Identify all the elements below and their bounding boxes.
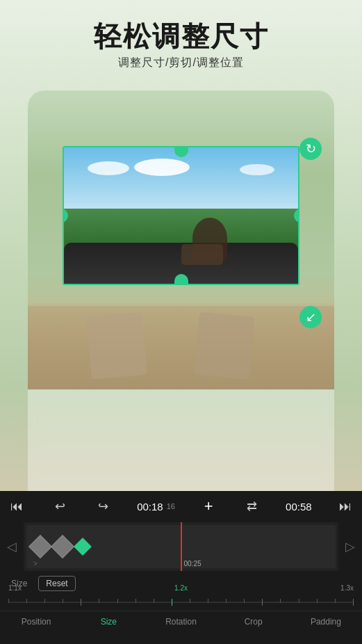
timeline-toolbar: ⏮ ↩ ↪ 00:18 16 + ⇄ 00:58 ⏭ [0,491,362,522]
rotate-handle[interactable]: ↻ [299,138,322,160]
scale-labels: 1.1x 1.2x 1.3x [8,584,354,592]
phone-frame: ↻ ↙ [28,90,334,561]
tab-size-label: Size [101,617,117,627]
tab-rotation-label: Rotation [165,617,197,627]
canvas-area: ↻ ↙ [28,90,334,389]
bottom-panel: ⏮ ↩ ↪ 00:18 16 + ⇄ 00:58 ⏭ ◁ [0,491,362,644]
tab-padding-label: Padding [311,617,341,627]
bottom-tabs: Position Size Rotation Crop Padding [0,611,362,632]
scale-val-2-active: 1.2x [174,584,188,592]
timeline-cursor [181,522,182,571]
keyframe-1[interactable] [28,535,52,558]
skip-forward-icon: ⏭ [339,499,352,514]
timeline-cursor-time: 00:25 [184,560,201,567]
scale-icon: ↙ [306,309,316,325]
tab-padding[interactable]: Padding [290,615,362,627]
scale-ruler[interactable]: 1.1x 1.2x 1.3x [8,594,354,611]
tab-position-label: Position [22,617,51,627]
redo-icon: ↪ [98,499,108,514]
total-time-display: 00:58 [286,501,312,513]
scale-section: Size Reset [0,572,362,611]
timeline-strip[interactable]: > 00:25 [24,522,338,571]
ruler-ticks [8,599,354,606]
tab-rotation[interactable]: Rotation [145,615,217,627]
timeline-nav-left[interactable]: ◁ [3,539,21,554]
current-time-display: 00:18 16 [137,501,175,513]
tab-size[interactable]: Size [72,615,145,627]
current-time: 00:18 [137,501,163,513]
resize-handle-bottom[interactable] [174,274,188,285]
skip-forward-button[interactable]: ⏭ [336,497,355,516]
undo-icon: ↩ [55,499,65,514]
skip-back-icon: ⏮ [10,499,23,514]
swap-button[interactable]: ⇄ [242,497,262,516]
undo-button[interactable]: ↩ [50,497,69,516]
tab-position[interactable]: Position [0,615,72,627]
add-keyframe-button[interactable]: + [199,497,218,516]
tab-crop[interactable]: Crop [217,615,290,627]
image-frame[interactable] [63,146,299,285]
skip-back-button[interactable]: ⏮ [7,497,26,516]
timeline-start-label: > [33,560,38,567]
redo-button[interactable]: ↪ [94,497,113,516]
sub-title: 调整尺寸/剪切/调整位置 [0,56,362,70]
rotate-icon: ↻ [306,141,316,156]
nav-right-icon: ▷ [345,540,355,554]
keyframe-2[interactable] [51,535,74,558]
swap-icon: ⇄ [247,499,257,514]
scale-val-1: 1.1x [8,584,22,592]
timeline-nav-right[interactable]: ▷ [341,539,359,554]
keyframe-active[interactable] [74,538,91,555]
timeline-row: ◁ > 00:25 ▷ [0,522,362,572]
nav-left-icon: ◁ [7,540,17,554]
plus-icon: + [204,497,213,515]
total-time: 00:58 [286,501,312,513]
scale-handle[interactable]: ↙ [299,306,322,328]
main-title: 轻松调整尺寸 [0,21,362,51]
legs-area [28,306,334,389]
frame-number: 16 [167,502,175,510]
image-content [64,147,298,284]
top-header: 轻松调整尺寸 调整尺寸/剪切/调整位置 [0,0,362,70]
scale-val-3: 1.3x [340,584,354,592]
tab-crop-label: Crop [245,617,263,627]
